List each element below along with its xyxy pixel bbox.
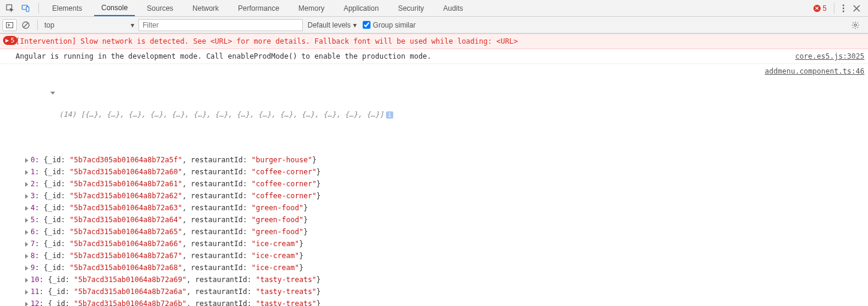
item-id: "5b7acd315ab01064a8b72a62" [70,192,182,200]
array-entries: 0: {_id: "5b7acd305ab01064a8b72a5f", res… [0,154,868,306]
tab-memory[interactable]: Memory [291,0,331,16]
console-message-log[interactable]: Angular is running in the development mo… [0,49,868,64]
tab-application[interactable]: Application [336,0,386,16]
item-restaurant-id: "ice-cream" [251,263,299,272]
array-item[interactable]: 9: {_id: "5b7acd315ab01064a8b72a68", res… [0,262,868,274]
expand-triangle-icon[interactable] [25,158,28,163]
expand-triangle-icon[interactable] [25,218,28,223]
svg-point-5 [843,10,845,12]
item-restaurant-id: "green-food" [251,216,303,224]
expand-triangle-icon[interactable] [25,242,28,247]
svg-point-4 [843,7,845,9]
svg-point-3 [843,4,845,6]
clear-console-icon[interactable] [19,19,32,32]
message-source-link[interactable]: addmenu.component.ts:46 [758,66,864,152]
expand-triangle-icon[interactable] [25,302,28,307]
expand-triangle-icon[interactable] [25,278,28,283]
repeat-count: 5 [11,35,15,46]
log-levels-selector[interactable]: Default levels ▾ [308,21,357,29]
expand-triangle-icon[interactable] [25,290,28,295]
item-restaurant-id: "tasty-treats" [256,287,317,296]
tab-elements[interactable]: Elements [45,0,89,16]
array-item[interactable]: 1: {_id: "5b7acd315ab01064a8b72a60", res… [0,166,868,178]
toggle-device-toolbar-icon[interactable] [19,2,32,15]
array-item[interactable]: 5: {_id: "5b7acd315ab01064a8b72a64", res… [0,214,868,226]
inspect-element-icon[interactable] [4,2,17,15]
kebab-menu-icon[interactable] [838,2,849,15]
group-similar-input[interactable] [363,21,370,29]
console-toolbar: top ▾ Default levels ▾ Group similar [0,17,868,34]
error-count: 5 [822,4,827,13]
message-text: [Intervention] Slow network is detected.… [16,36,864,47]
array-item[interactable]: 3: {_id: "5b7acd315ab01064a8b72a62", res… [0,190,868,202]
item-restaurant-id: "green-food" [251,228,303,236]
separator [834,3,834,14]
tab-performance[interactable]: Performance [231,0,287,16]
expand-triangle-icon[interactable] [25,194,28,199]
devtools-tabstrip: ElementsConsoleSourcesNetworkPerformance… [0,0,868,17]
tab-audits[interactable]: Audits [436,0,470,16]
array-item[interactable]: 6: {_id: "5b7acd315ab01064a8b72a65", res… [0,226,868,238]
item-id: "5b7acd315ab01064a8b72a65" [70,228,182,236]
item-restaurant-id: "coffee-corner" [251,168,316,176]
item-restaurant-id: "ice-cream" [251,252,299,260]
expand-triangle-icon[interactable] [25,254,28,259]
expand-triangle-icon[interactable] [25,230,28,235]
message-source-link[interactable]: core.es5.js:3025 [788,51,864,62]
message-gutter [5,51,16,62]
error-count-badge[interactable]: ✕ 5 [813,4,827,13]
console-message-error[interactable]: 5 [Intervention] Slow network is detecte… [0,34,868,49]
item-id: "5b7acd315ab01064a8b72a63" [70,204,182,212]
item-index: 12 [31,299,39,306]
group-similar-checkbox[interactable]: Group similar [363,21,415,29]
array-item[interactable]: 8: {_id: "5b7acd315ab01064a8b72a67", res… [0,250,868,262]
array-item[interactable]: 2: {_id: "5b7acd315ab01064a8b72a61", res… [0,178,868,190]
array-item[interactable]: 11: {_id: "5b7acd315ab01064a8b72a6a", re… [0,286,868,298]
tab-security[interactable]: Security [391,0,431,16]
filter-input[interactable] [138,19,303,31]
item-restaurant-id: "coffee-corner" [251,192,316,200]
toggle-console-sidebar-button[interactable] [2,19,17,31]
execution-context-selector[interactable]: top ▾ [40,19,138,31]
separator [37,20,38,31]
array-item[interactable]: 0: {_id: "5b7acd305ab01064a8b72a5f", res… [0,154,868,166]
expand-triangle-down-icon[interactable] [50,92,55,95]
separator [38,3,39,14]
expand-triangle-icon[interactable] [25,206,28,211]
item-restaurant-id: "burger-house" [251,156,312,164]
info-icon[interactable]: i [386,111,393,119]
item-id: "5b7acd315ab01064a8b72a68" [70,263,182,272]
item-id: "5b7acd315ab01064a8b72a6a" [74,287,186,296]
item-id: "5b7acd315ab01064a8b72a61" [70,180,182,188]
chevron-down-icon: ▾ [353,21,357,29]
expand-triangle-icon[interactable] [25,182,28,187]
item-restaurant-id: "tasty-treats" [256,299,317,306]
item-id: "5b7acd315ab01064a8b72a64" [70,216,182,224]
tab-console[interactable]: Console [94,0,135,16]
array-item[interactable]: 12: {_id: "5b7acd315ab01064a8b72a6b", re… [0,298,868,306]
item-index: 11 [31,287,39,296]
devtools-tabs: ElementsConsoleSourcesNetworkPerformance… [43,0,473,16]
array-item[interactable]: 10: {_id: "5b7acd315ab01064a8b72a69", re… [0,274,868,286]
array-item[interactable]: 4: {_id: "5b7acd315ab01064a8b72a63", res… [0,202,868,214]
levels-label: Default levels [308,21,351,29]
expand-triangle-icon[interactable] [25,266,28,271]
array-preview: [{…}, {…}, {…}, {…}, {…}, {…}, {…}, {…},… [80,110,384,119]
expand-triangle-icon [5,38,10,43]
group-similar-label: Group similar [373,21,415,29]
item-restaurant-id: "coffee-corner" [251,180,316,188]
close-devtools-icon[interactable] [851,2,862,15]
item-id: "5b7acd315ab01064a8b72a67" [70,252,182,260]
item-id: "5b7acd315ab01064a8b72a69" [74,275,186,284]
console-settings-icon[interactable] [849,19,862,32]
array-item[interactable]: 7: {_id: "5b7acd315ab01064a8b72a66", res… [0,238,868,250]
svg-line-8 [23,23,28,28]
console-message-array[interactable]: (14) [{…}, {…}, {…}, {…}, {…}, {…}, {…},… [0,64,868,154]
item-restaurant-id: "tasty-treats" [256,275,317,284]
item-index: 10 [31,275,39,284]
chevron-down-icon: ▾ [131,21,134,29]
error-dot-icon: ✕ [813,5,821,12]
tab-network[interactable]: Network [185,0,226,16]
tab-sources[interactable]: Sources [140,0,180,16]
expand-triangle-icon[interactable] [25,170,28,175]
